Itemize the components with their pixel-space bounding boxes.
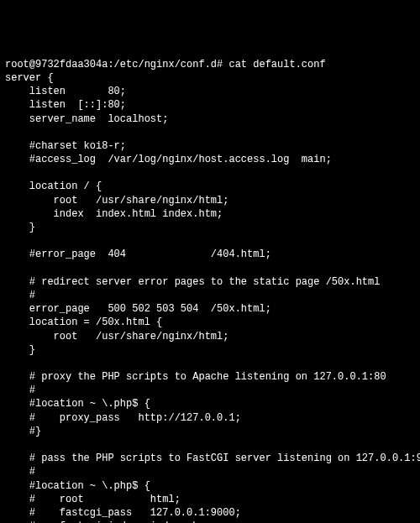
output-line: listen 80; [5, 86, 126, 97]
output-line: } [5, 344, 35, 356]
output-line: server { [5, 72, 54, 84]
shell-prompt: root@9732fdaa304a:/etc/nginx/conf.d# [5, 59, 228, 71]
output-line: # fastcgi_pass 127.0.0.1:9000; [5, 507, 241, 519]
output-line: #location ~ \.php$ { [5, 398, 150, 410]
output-line: #location ~ \.php$ { [5, 480, 150, 492]
output-line: # [5, 290, 35, 301]
output-line: server_name localhost; [5, 113, 168, 125]
output-line: root /usr/share/nginx/html; [5, 331, 228, 343]
output-line: # [5, 384, 35, 396]
output-line: # root html; [5, 494, 181, 505]
output-line: #charset koi8-r; [5, 140, 126, 152]
output-line: } [5, 222, 35, 233]
output-line: listen [::]:80; [5, 99, 126, 111]
output-line: # proxy the PHP scripts to Apache listen… [5, 371, 386, 383]
output-line: location / { [5, 180, 102, 192]
output-line: #} [5, 426, 41, 437]
output-line: # proxy_pass http://127.0.0.1; [5, 412, 241, 424]
output-line: # [5, 466, 35, 478]
terminal-output: root@9732fdaa304a:/etc/nginx/conf.d# cat… [5, 58, 415, 523]
output-line: root /usr/share/nginx/html; [5, 195, 228, 207]
shell-command: cat default.conf [228, 59, 325, 71]
output-line: index index.html index.htm; [5, 208, 223, 220]
output-line: location = /50x.html { [5, 316, 162, 328]
output-line: # redirect server error pages to the sta… [5, 276, 380, 288]
output-line: #error_page 404 /404.html; [5, 248, 271, 260]
output-line: # pass the PHP scripts to FastCGI server… [5, 452, 420, 464]
output-line: error_page 500 502 503 504 /50x.html; [5, 303, 271, 315]
output-line: #access_log /var/log/nginx/host.access.l… [5, 154, 332, 165]
